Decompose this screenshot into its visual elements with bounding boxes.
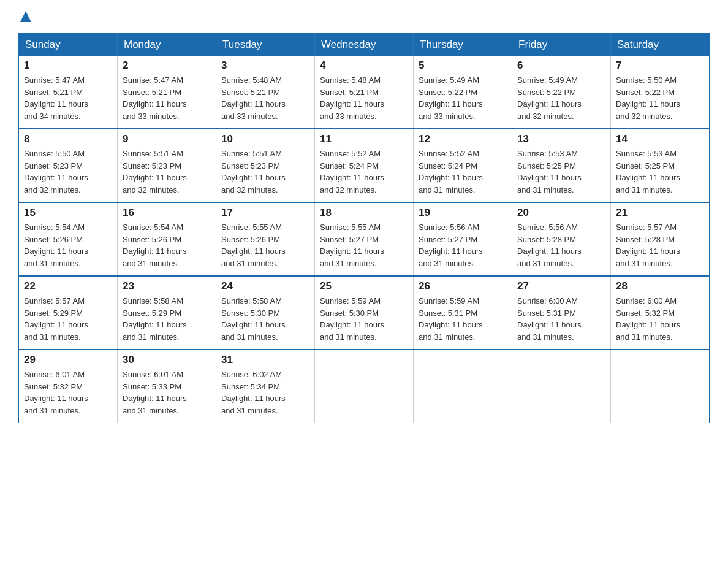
calendar-cell: 27 Sunrise: 6:00 AMSunset: 5:31 PMDaylig… (512, 276, 611, 350)
day-number: 13 (517, 133, 605, 145)
day-number: 22 (24, 280, 112, 293)
day-info: Sunrise: 5:52 AMSunset: 5:24 PMDaylight:… (320, 148, 408, 196)
day-number: 23 (123, 280, 211, 293)
day-info: Sunrise: 5:56 AMSunset: 5:27 PMDaylight:… (419, 221, 507, 269)
day-info: Sunrise: 5:55 AMSunset: 5:27 PMDaylight:… (320, 221, 408, 269)
calendar-week-5: 29 Sunrise: 6:01 AMSunset: 5:32 PMDaylig… (19, 350, 710, 423)
day-number: 1 (24, 59, 112, 72)
calendar-cell: 23 Sunrise: 5:58 AMSunset: 5:29 PMDaylig… (118, 276, 216, 350)
calendar-cell (512, 350, 611, 423)
day-number: 20 (517, 207, 605, 219)
day-info: Sunrise: 6:02 AMSunset: 5:34 PMDaylight:… (221, 369, 309, 416)
calendar-cell: 26 Sunrise: 5:59 AMSunset: 5:31 PMDaylig… (414, 276, 512, 350)
day-number: 2 (123, 59, 211, 72)
calendar-table: SundayMondayTuesdayWednesdayThursdayFrid… (18, 33, 710, 423)
day-header-thursday: Thursday (414, 34, 512, 56)
calendar-cell: 19 Sunrise: 5:56 AMSunset: 5:27 PMDaylig… (414, 202, 512, 276)
calendar-cell: 2 Sunrise: 5:47 AMSunset: 5:21 PMDayligh… (118, 56, 216, 129)
day-info: Sunrise: 5:51 AMSunset: 5:23 PMDaylight:… (221, 148, 309, 196)
calendar-cell: 29 Sunrise: 6:01 AMSunset: 5:32 PMDaylig… (19, 350, 118, 423)
day-number: 14 (616, 133, 704, 145)
day-info: Sunrise: 5:50 AMSunset: 5:22 PMDaylight:… (616, 74, 704, 122)
calendar-cell: 1 Sunrise: 5:47 AMSunset: 5:21 PMDayligh… (19, 56, 118, 129)
calendar-cell: 20 Sunrise: 5:56 AMSunset: 5:28 PMDaylig… (512, 202, 611, 276)
day-info: Sunrise: 5:58 AMSunset: 5:30 PMDaylight:… (221, 295, 309, 343)
day-header-saturday: Saturday (611, 34, 710, 56)
day-info: Sunrise: 5:57 AMSunset: 5:29 PMDaylight:… (24, 295, 112, 343)
day-number: 3 (221, 59, 309, 72)
calendar-cell: 7 Sunrise: 5:50 AMSunset: 5:22 PMDayligh… (611, 56, 710, 129)
day-info: Sunrise: 5:54 AMSunset: 5:26 PMDaylight:… (24, 221, 112, 269)
day-info: Sunrise: 5:53 AMSunset: 5:25 PMDaylight:… (616, 148, 704, 196)
calendar-cell: 5 Sunrise: 5:49 AMSunset: 5:22 PMDayligh… (414, 56, 512, 129)
day-info: Sunrise: 5:47 AMSunset: 5:21 PMDaylight:… (123, 74, 211, 122)
calendar-cell: 3 Sunrise: 5:48 AMSunset: 5:21 PMDayligh… (216, 56, 315, 129)
day-info: Sunrise: 5:48 AMSunset: 5:21 PMDaylight:… (221, 74, 309, 122)
day-header-sunday: Sunday (19, 34, 118, 56)
day-info: Sunrise: 6:01 AMSunset: 5:32 PMDaylight:… (24, 369, 112, 416)
day-info: Sunrise: 5:48 AMSunset: 5:21 PMDaylight:… (320, 74, 408, 122)
calendar-cell: 14 Sunrise: 5:53 AMSunset: 5:25 PMDaylig… (611, 129, 710, 202)
day-number: 8 (24, 133, 112, 145)
calendar-cell: 18 Sunrise: 5:55 AMSunset: 5:27 PMDaylig… (315, 202, 414, 276)
day-info: Sunrise: 5:51 AMSunset: 5:23 PMDaylight:… (123, 148, 211, 196)
calendar-cell: 8 Sunrise: 5:50 AMSunset: 5:23 PMDayligh… (19, 129, 118, 202)
day-header-monday: Monday (118, 34, 216, 56)
day-number: 16 (123, 207, 211, 219)
day-info: Sunrise: 5:47 AMSunset: 5:21 PMDaylight:… (24, 74, 112, 122)
calendar-cell (611, 350, 710, 423)
day-number: 15 (24, 207, 112, 219)
day-number: 30 (123, 354, 211, 366)
calendar-cell: 28 Sunrise: 6:00 AMSunset: 5:32 PMDaylig… (611, 276, 710, 350)
day-number: 11 (320, 133, 408, 145)
day-number: 25 (320, 280, 408, 293)
calendar-cell: 6 Sunrise: 5:49 AMSunset: 5:22 PMDayligh… (512, 56, 611, 129)
calendar-cell: 21 Sunrise: 5:57 AMSunset: 5:28 PMDaylig… (611, 202, 710, 276)
day-header-wednesday: Wednesday (315, 34, 414, 56)
calendar-week-2: 8 Sunrise: 5:50 AMSunset: 5:23 PMDayligh… (19, 129, 710, 202)
day-number: 18 (320, 207, 408, 219)
calendar-cell: 25 Sunrise: 5:59 AMSunset: 5:30 PMDaylig… (315, 276, 414, 350)
day-info: Sunrise: 6:01 AMSunset: 5:33 PMDaylight:… (123, 369, 211, 416)
day-info: Sunrise: 6:00 AMSunset: 5:32 PMDaylight:… (616, 295, 704, 343)
day-info: Sunrise: 5:53 AMSunset: 5:25 PMDaylight:… (517, 148, 605, 196)
day-info: Sunrise: 5:59 AMSunset: 5:30 PMDaylight:… (320, 295, 408, 343)
day-info: Sunrise: 5:52 AMSunset: 5:24 PMDaylight:… (419, 148, 507, 196)
calendar-cell: 15 Sunrise: 5:54 AMSunset: 5:26 PMDaylig… (19, 202, 118, 276)
header-row: SundayMondayTuesdayWednesdayThursdayFrid… (19, 34, 710, 56)
day-number: 29 (24, 354, 112, 366)
day-info: Sunrise: 5:59 AMSunset: 5:31 PMDaylight:… (419, 295, 507, 343)
calendar-cell: 16 Sunrise: 5:54 AMSunset: 5:26 PMDaylig… (118, 202, 216, 276)
day-info: Sunrise: 5:49 AMSunset: 5:22 PMDaylight:… (517, 74, 605, 122)
day-info: Sunrise: 5:57 AMSunset: 5:28 PMDaylight:… (616, 221, 704, 269)
calendar-cell (315, 350, 414, 423)
calendar-body: 1 Sunrise: 5:47 AMSunset: 5:21 PMDayligh… (19, 56, 710, 423)
day-info: Sunrise: 5:50 AMSunset: 5:23 PMDaylight:… (24, 148, 112, 196)
calendar-week-3: 15 Sunrise: 5:54 AMSunset: 5:26 PMDaylig… (19, 202, 710, 276)
calendar-cell: 31 Sunrise: 6:02 AMSunset: 5:34 PMDaylig… (216, 350, 315, 423)
day-number: 9 (123, 133, 211, 145)
calendar-cell: 11 Sunrise: 5:52 AMSunset: 5:24 PMDaylig… (315, 129, 414, 202)
calendar-cell: 9 Sunrise: 5:51 AMSunset: 5:23 PMDayligh… (118, 129, 216, 202)
day-info: Sunrise: 5:56 AMSunset: 5:28 PMDaylight:… (517, 221, 605, 269)
calendar-cell: 10 Sunrise: 5:51 AMSunset: 5:23 PMDaylig… (216, 129, 315, 202)
day-info: Sunrise: 5:58 AMSunset: 5:29 PMDaylight:… (123, 295, 211, 343)
day-number: 17 (221, 207, 309, 219)
calendar-cell: 22 Sunrise: 5:57 AMSunset: 5:29 PMDaylig… (19, 276, 118, 350)
day-number: 7 (616, 59, 704, 72)
calendar-week-1: 1 Sunrise: 5:47 AMSunset: 5:21 PMDayligh… (19, 56, 710, 129)
day-number: 6 (517, 59, 605, 72)
day-number: 24 (221, 280, 309, 293)
calendar-week-4: 22 Sunrise: 5:57 AMSunset: 5:29 PMDaylig… (19, 276, 710, 350)
logo-triangle-icon (20, 11, 31, 22)
calendar-cell: 17 Sunrise: 5:55 AMSunset: 5:26 PMDaylig… (216, 202, 315, 276)
day-number: 5 (419, 59, 507, 72)
day-number: 27 (517, 280, 605, 293)
calendar-cell: 30 Sunrise: 6:01 AMSunset: 5:33 PMDaylig… (118, 350, 216, 423)
calendar-cell: 12 Sunrise: 5:52 AMSunset: 5:24 PMDaylig… (414, 129, 512, 202)
day-number: 10 (221, 133, 309, 145)
day-info: Sunrise: 5:54 AMSunset: 5:26 PMDaylight:… (123, 221, 211, 269)
day-number: 31 (221, 354, 309, 366)
day-number: 12 (419, 133, 507, 145)
day-number: 19 (419, 207, 507, 219)
